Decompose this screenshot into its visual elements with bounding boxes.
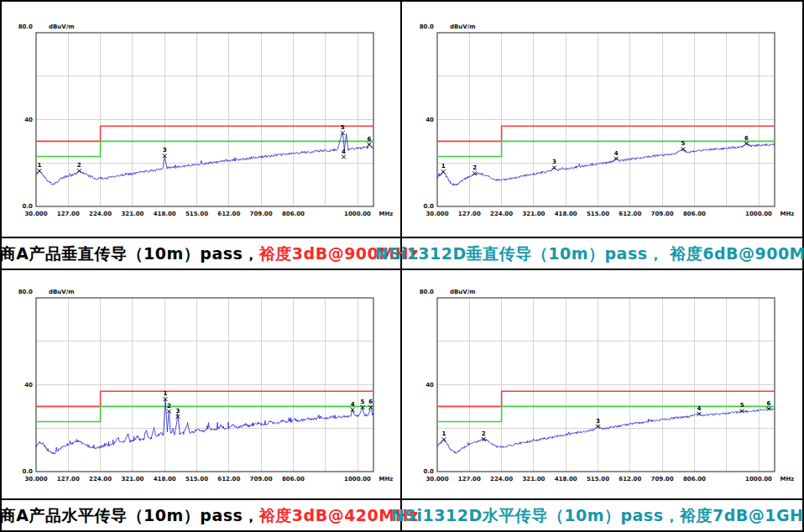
marker-number: 6 bbox=[766, 400, 770, 407]
y-tick-label: 40 bbox=[24, 117, 33, 123]
marker-number: 2 bbox=[166, 403, 170, 409]
marker-x-icon bbox=[441, 170, 445, 174]
marker-number: 1 bbox=[37, 162, 41, 169]
marker-number: 5 bbox=[739, 402, 744, 409]
x-tick-label: 418.00 bbox=[153, 211, 175, 217]
marker-number: 4 bbox=[697, 405, 701, 412]
marker-x-icon bbox=[37, 169, 41, 173]
x-tick-label: 127.00 bbox=[457, 476, 480, 482]
x-tick-label: 806.00 bbox=[682, 476, 705, 482]
axis-labels: 80.0400.0dBuV/m30.000127.00224.00321.004… bbox=[419, 289, 794, 482]
limit-line-average bbox=[36, 141, 373, 156]
emissions-chart-competitor-vertical: 12345680.0400.0dBuV/m30.000127.00224.003… bbox=[3, 8, 400, 231]
marker-number: 3 bbox=[596, 418, 600, 425]
marker-number: 2 bbox=[76, 162, 81, 169]
gridlines bbox=[437, 33, 775, 206]
x-tick-label: 515.00 bbox=[185, 476, 207, 482]
peak-markers: 123456 bbox=[37, 124, 371, 173]
marker-number: 3 bbox=[551, 159, 556, 165]
caption-nsi1312d-horizontal: NSi1312D水平传导（10m）pass，裕度7dB@1GHz bbox=[402, 498, 802, 530]
y-tick-label: 80.0 bbox=[18, 23, 32, 30]
marker-number: 3 bbox=[175, 408, 180, 415]
gridlines bbox=[437, 298, 775, 472]
y-axis-unit: dBuV/m bbox=[49, 289, 75, 295]
marker-number: 6 bbox=[367, 136, 371, 143]
emissions-trace bbox=[437, 143, 775, 185]
marker-number: 2 bbox=[481, 430, 485, 437]
y-tick-label: 0.0 bbox=[22, 468, 33, 475]
y-tick-label: 80.0 bbox=[419, 289, 433, 295]
y-tick-label: 0.0 bbox=[423, 468, 434, 475]
marker-x-icon bbox=[552, 166, 556, 170]
x-tick-label: 321.00 bbox=[522, 476, 545, 482]
emissions-chart-competitor-horizontal: 12345680.0400.0dBuV/m30.000127.00224.003… bbox=[3, 273, 400, 496]
marker-number: 5 bbox=[360, 399, 364, 405]
marker-number: 6 bbox=[368, 399, 373, 405]
x-tick-label: 515.00 bbox=[185, 211, 207, 217]
marker-number: 4 bbox=[342, 149, 346, 155]
panel-competitor-vertical: 12345680.0400.0dBuV/m30.000127.00224.003… bbox=[2, 2, 402, 270]
x-tick-label: 224.00 bbox=[490, 211, 513, 217]
y-tick-label: 40 bbox=[425, 382, 434, 389]
marker-number: 4 bbox=[350, 401, 354, 408]
caption-segment: 友商A产品水平传导（10m）pass， bbox=[0, 500, 259, 530]
peak-markers: 123456 bbox=[163, 390, 373, 419]
y-tick-label: 0.0 bbox=[22, 203, 33, 210]
x-tick-label: 321.00 bbox=[121, 476, 144, 482]
x-tick-label: 709.00 bbox=[650, 476, 673, 482]
panel-competitor-horizontal: 12345680.0400.0dBuV/m30.000127.00224.003… bbox=[2, 270, 402, 530]
x-tick-label: 127.00 bbox=[457, 211, 480, 217]
chart-area-nsi1312d-horizontal: 12345680.0400.0dBuV/m30.000127.00224.003… bbox=[402, 270, 802, 498]
x-tick-label: 1000.00 bbox=[344, 476, 371, 482]
limit-line-quasi-peak bbox=[437, 391, 775, 406]
x-tick-label: 321.00 bbox=[522, 211, 545, 217]
limit-line-quasi-peak bbox=[437, 126, 775, 141]
marker-number: 3 bbox=[162, 147, 166, 154]
x-tick-label: 127.00 bbox=[56, 211, 79, 217]
x-tick-label: 612.00 bbox=[619, 211, 641, 217]
x-tick-label: 612.00 bbox=[619, 476, 641, 482]
x-tick-label: 515.00 bbox=[586, 476, 608, 482]
y-axis-unit: dBuV/m bbox=[450, 289, 476, 295]
x-axis-unit: MHz bbox=[379, 476, 393, 482]
x-tick-label: 224.00 bbox=[89, 211, 112, 217]
marker-number: 2 bbox=[472, 164, 477, 171]
x-tick-label: 127.00 bbox=[56, 476, 79, 482]
marker-number: 5 bbox=[681, 140, 685, 147]
caption-segment: 友商A产品垂直传导（10m）pass， bbox=[0, 238, 259, 269]
emissions-trace bbox=[36, 399, 373, 455]
marker-x-icon bbox=[342, 155, 346, 159]
x-tick-label: 515.00 bbox=[586, 211, 608, 217]
x-tick-label: 612.00 bbox=[217, 211, 240, 217]
emissions-trace bbox=[437, 408, 775, 453]
x-tick-label: 1000.00 bbox=[745, 211, 772, 217]
axis-labels: 80.0400.0dBuV/m30.000127.00224.00321.004… bbox=[18, 289, 393, 482]
limit-line-average bbox=[36, 406, 373, 421]
x-tick-label: 418.00 bbox=[153, 476, 175, 482]
y-axis-unit: dBuV/m bbox=[49, 23, 75, 30]
gridlines bbox=[36, 298, 373, 472]
y-tick-label: 80.0 bbox=[18, 289, 32, 295]
x-tick-label: 224.00 bbox=[490, 476, 513, 482]
marker-x-icon bbox=[367, 143, 371, 147]
x-tick-label: 30.000 bbox=[425, 476, 448, 482]
x-axis-unit: MHz bbox=[379, 211, 393, 217]
caption-segment: NSi1312D垂直传导（10m）pass， 裕度6dB@900MHz bbox=[375, 238, 804, 269]
y-tick-label: 80.0 bbox=[419, 23, 433, 30]
x-tick-label: 30.000 bbox=[425, 211, 448, 217]
x-tick-label: 709.00 bbox=[249, 476, 272, 482]
y-axis-unit: dBuV/m bbox=[450, 23, 476, 30]
y-tick-label: 40 bbox=[24, 382, 33, 389]
x-tick-label: 806.00 bbox=[682, 211, 705, 217]
x-axis-unit: MHz bbox=[780, 476, 794, 482]
x-tick-label: 30.000 bbox=[24, 476, 47, 482]
marker-number: 1 bbox=[441, 430, 446, 437]
marker-number: 5 bbox=[340, 124, 344, 131]
marker-x-icon bbox=[441, 437, 446, 441]
x-tick-label: 224.00 bbox=[89, 476, 112, 482]
x-tick-label: 806.00 bbox=[281, 211, 304, 217]
limit-line-quasi-peak bbox=[36, 126, 373, 141]
y-tick-label: 0.0 bbox=[423, 203, 434, 210]
caption-competitor-vertical: 友商A产品垂直传导（10m）pass，裕度3dB@900MHz bbox=[2, 237, 400, 269]
gridlines bbox=[36, 33, 373, 206]
